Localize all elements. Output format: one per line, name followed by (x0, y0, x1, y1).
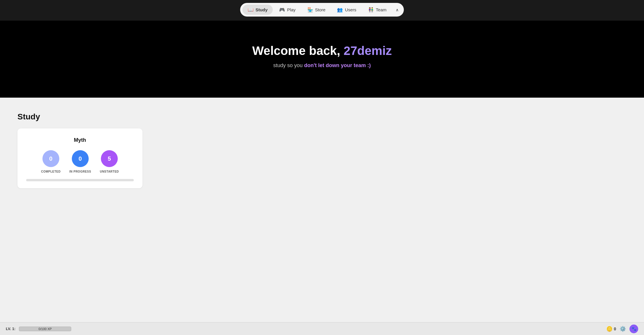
nav-label-study: Study (256, 7, 268, 12)
coins-display: 🪙 0 (606, 326, 616, 332)
nav-item-team[interactable]: 👫 Team (363, 5, 392, 15)
coins-value: 0 (614, 327, 616, 331)
play-icon: 🎮 (279, 7, 285, 12)
welcome-prefix: Welcome back, (252, 44, 343, 58)
unstarted-label: UNSTARTED (100, 170, 119, 173)
status-bar: LV. 1: 0/100 XP 🪙 0 ⚙️ 🐾 (0, 322, 644, 335)
completed-value: 0 (49, 155, 52, 162)
in-progress-label: IN PROGRESS (69, 170, 91, 173)
avatar[interactable]: 🐾 (629, 325, 638, 333)
nav-item-study[interactable]: 📖 Study (242, 5, 273, 15)
study-section-title: Study (17, 112, 627, 121)
users-icon: 👥 (337, 7, 343, 12)
circle-completed: 0 (42, 150, 59, 167)
hero-subtitle: study so you don't let down your team :) (6, 62, 638, 69)
study-card: Myth 0 COMPLETED 0 IN PROGRESS 5 (17, 128, 142, 188)
stat-unstarted: 5 UNSTARTED (100, 150, 119, 173)
main-content: Study Myth 0 COMPLETED 0 IN PROGRESS (0, 98, 644, 335)
card-title: Myth (26, 137, 134, 143)
hero-title: Welcome back, 27demiz (6, 44, 638, 58)
stat-in-progress: 0 IN PROGRESS (69, 150, 91, 173)
nav-item-store[interactable]: 🏪 Store (302, 5, 331, 15)
xp-bar-wrapper: 0/100 XP (19, 327, 71, 331)
level-label: LV. 1: (6, 327, 15, 331)
nav-label-users: Users (345, 7, 356, 12)
store-icon: 🏪 (307, 7, 313, 12)
stats-row: 0 COMPLETED 0 IN PROGRESS 5 UNSTARTED (26, 150, 134, 173)
study-icon: 📖 (248, 7, 254, 12)
in-progress-value: 0 (79, 155, 82, 162)
card-progress-bar (26, 179, 134, 181)
nav-pill: 📖 Study 🎮 Play 🏪 Store 👥 Users 👫 Team ∧ (240, 3, 404, 17)
circle-in-progress: 0 (72, 150, 89, 167)
unstarted-value: 5 (108, 155, 111, 162)
status-bar-right: 🪙 0 ⚙️ 🐾 (606, 325, 638, 333)
nav-label-store: Store (315, 7, 326, 12)
nav-chevron[interactable]: ∧ (393, 5, 402, 15)
coin-icon: 🪙 (606, 326, 613, 332)
completed-label: COMPLETED (41, 170, 60, 173)
top-nav-bar: 📖 Study 🎮 Play 🏪 Store 👥 Users 👫 Team ∧ (0, 0, 644, 21)
subtitle-prefix: study so you (273, 62, 304, 68)
nav-item-play[interactable]: 🎮 Play (274, 5, 301, 15)
nav-label-play: Play (287, 7, 295, 12)
team-icon: 👫 (368, 7, 374, 12)
subtitle-highlight: don't let down your team :) (304, 62, 371, 68)
nav-label-team: Team (376, 7, 387, 12)
avatar-icon: 🐾 (631, 327, 636, 331)
hero-username: 27demiz (344, 44, 392, 58)
nav-item-users[interactable]: 👥 Users (332, 5, 361, 15)
circle-unstarted: 5 (101, 150, 118, 167)
gear-icon[interactable]: ⚙️ (620, 326, 626, 332)
chevron-icon: ∧ (396, 8, 399, 12)
hero-section: Welcome back, 27demiz study so you don't… (0, 21, 644, 98)
xp-label: 0/100 XP (19, 327, 71, 331)
stat-completed: 0 COMPLETED (41, 150, 60, 173)
